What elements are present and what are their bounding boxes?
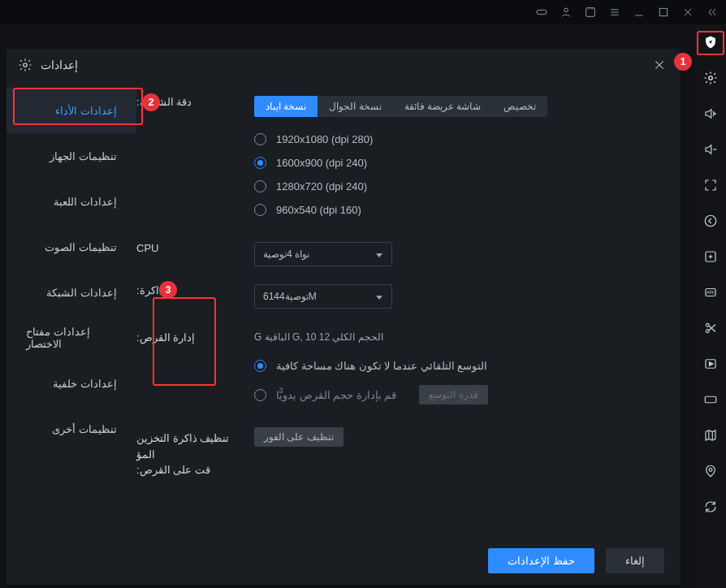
settings-footer: حفظ الإعدادات إلغاء xyxy=(6,536,681,585)
radio-icon xyxy=(254,157,266,169)
svg-point-12 xyxy=(709,76,713,80)
svg-rect-0 xyxy=(537,10,547,14)
resolution-label: :دقة الشاشة xyxy=(136,96,254,108)
radio-icon xyxy=(254,204,266,216)
disk-auto-expand-option[interactable]: التوسع التلقائي عندما لا تكون هناك مساحة… xyxy=(254,360,666,372)
settings-title: إعدادات xyxy=(41,58,78,71)
cancel-button[interactable]: إلغاء xyxy=(606,548,664,573)
shield-icon[interactable] xyxy=(701,32,720,52)
keyboard-box-icon[interactable] xyxy=(701,390,720,409)
svg-point-38 xyxy=(709,469,712,472)
tab-other[interactable]: تنظيمات أخرى xyxy=(6,406,136,452)
hamburger-icon[interactable] xyxy=(606,3,624,21)
resolution-option-720[interactable]: 1280x720 (dpi 240) xyxy=(254,180,666,192)
tab-device[interactable]: تنظيمات الجهاز xyxy=(6,133,136,179)
app-top-menubar xyxy=(0,0,726,24)
svg-line-26 xyxy=(709,326,715,332)
svg-marker-13 xyxy=(706,110,711,119)
radio-icon xyxy=(254,360,266,372)
chevron-down-icon xyxy=(375,292,383,300)
settings-titlebar: إعدادات xyxy=(6,49,681,81)
svg-point-18 xyxy=(705,215,716,227)
resolution-option-label: 1600x900 (dpi 240) xyxy=(276,157,367,169)
memory-label: :الذاكرة xyxy=(136,284,254,296)
resolution-option-900[interactable]: 1600x900 (dpi 240) xyxy=(254,157,666,169)
svg-point-39 xyxy=(24,63,28,67)
add-window-icon[interactable] xyxy=(701,247,720,266)
radio-icon xyxy=(254,389,266,401)
resolution-mode-custom[interactable]: تخصيص xyxy=(492,96,547,117)
svg-rect-9 xyxy=(659,8,667,15)
tab-game[interactable]: إعدادات اللعبة xyxy=(6,179,136,224)
svg-marker-42 xyxy=(376,253,382,257)
svg-marker-29 xyxy=(710,362,714,366)
resolution-option-540[interactable]: 960x540 (dpi 160) xyxy=(254,204,666,216)
cpu-label: CPU xyxy=(136,242,254,254)
disk-auto-expand-label: التوسع التلقائي عندما لا تكون هناك مساحة… xyxy=(276,360,487,372)
cpu-dropdown-value: نواة 4توصية xyxy=(263,249,309,260)
resolution-option-1080[interactable]: 1920x1080 (dpi 280) xyxy=(254,133,666,145)
disk-label: :إدارة القرص xyxy=(136,331,254,344)
volume-mute-icon[interactable] xyxy=(701,140,720,159)
gamepad-icon[interactable] xyxy=(533,3,551,21)
tab-sound[interactable]: تنظيمات الصوت xyxy=(6,224,136,270)
window-minimize-icon[interactable] xyxy=(630,3,648,21)
right-icon-sidebar: APK xyxy=(695,24,726,588)
scissors-icon[interactable] xyxy=(701,318,720,338)
save-settings-button[interactable]: حفظ الإعدادات xyxy=(488,548,594,573)
window-maximize-icon[interactable] xyxy=(655,3,672,21)
svg-marker-43 xyxy=(376,296,382,300)
svg-text:APK: APK xyxy=(707,291,714,295)
window-close-icon[interactable] xyxy=(679,3,697,21)
rotate-icon[interactable] xyxy=(701,497,720,517)
resolution-option-label: 960x540 (dpi 160) xyxy=(276,204,361,216)
resolution-radio-list: 1920x1080 (dpi 280) 1600x900 (dpi 240) 1… xyxy=(254,133,666,216)
settings-body: إعدادات الأداء تنظيمات الجهاز إعدادات ال… xyxy=(6,81,681,536)
svg-rect-4 xyxy=(586,8,595,17)
disk-manual-expand-label: قم بإدارة حجم القرص يدويًّا xyxy=(276,389,396,401)
svg-point-3 xyxy=(564,8,568,12)
resolution-mode-ultrawide[interactable]: شاشة عريضة فائقة xyxy=(393,96,493,117)
tab-network[interactable]: إعدادات الشبكة xyxy=(6,270,136,315)
settings-title-gear-icon xyxy=(18,58,32,72)
radio-icon xyxy=(254,133,266,145)
tab-shortcut[interactable]: إعدادات مفتاح الاختصار xyxy=(6,315,136,361)
settings-window: إعدادات إعدادات الأداء تنظيمات الجهاز إع… xyxy=(6,49,681,585)
fullscreen-icon[interactable] xyxy=(701,175,720,195)
screenshot-icon[interactable] xyxy=(581,3,599,21)
memory-dropdown[interactable]: توصية6144M xyxy=(254,284,392,309)
back-icon[interactable] xyxy=(701,211,720,231)
disk-manual-expand-option[interactable]: قم بإدارة حجم القرص يدويًّا قذرة التوسع xyxy=(254,385,666,404)
play-box-icon[interactable] xyxy=(701,354,720,374)
clear-cache-button[interactable]: تنظيف على الفور xyxy=(254,427,344,447)
tab-performance[interactable]: إعدادات الأداء xyxy=(6,88,136,133)
settings-close-button[interactable] xyxy=(650,55,669,75)
resolution-option-label: 1280x720 (dpi 240) xyxy=(276,180,367,192)
tab-background[interactable]: إعدادات خلفية xyxy=(6,361,136,406)
location-pin-icon[interactable] xyxy=(701,461,720,481)
apk-icon[interactable]: APK xyxy=(701,283,720,302)
svg-line-27 xyxy=(709,325,715,331)
resolution-mode-ipad[interactable]: نسخة ايباد xyxy=(254,96,318,117)
collapse-icon[interactable] xyxy=(703,3,721,21)
settings-tabs: إعدادات الأداء تنظيمات الجهاز إعدادات ال… xyxy=(6,81,136,536)
radio-icon xyxy=(254,180,266,192)
clear-cache-label: تنظيف ذاكرة التخزين المؤ :قت على القرص xyxy=(136,430,254,478)
settings-gear-icon[interactable] xyxy=(701,68,720,88)
cpu-dropdown[interactable]: نواة 4توصية xyxy=(254,242,392,266)
svg-marker-16 xyxy=(706,145,711,154)
volume-up-icon[interactable] xyxy=(701,104,720,123)
memory-dropdown-value: توصية6144M xyxy=(263,291,317,302)
map-icon[interactable] xyxy=(701,426,720,445)
svg-rect-30 xyxy=(705,396,716,403)
chevron-down-icon xyxy=(375,250,383,258)
user-icon[interactable] xyxy=(557,3,575,21)
disk-expand-button[interactable]: قذرة التوسع xyxy=(419,385,487,404)
resolution-option-label: 1920x1080 (dpi 280) xyxy=(276,133,373,145)
settings-content: :دقة الشاشة نسخة ايباد نسخة الجوال شاشة … xyxy=(136,81,681,536)
resolution-mode-mobile[interactable]: نسخة الجوال xyxy=(318,96,392,117)
disk-info-text: G الباقية G, 10 الحجم الكلي 12 xyxy=(254,331,666,343)
resolution-mode-tabs: نسخة ايباد نسخة الجوال شاشة عريضة فائقة … xyxy=(254,96,666,117)
